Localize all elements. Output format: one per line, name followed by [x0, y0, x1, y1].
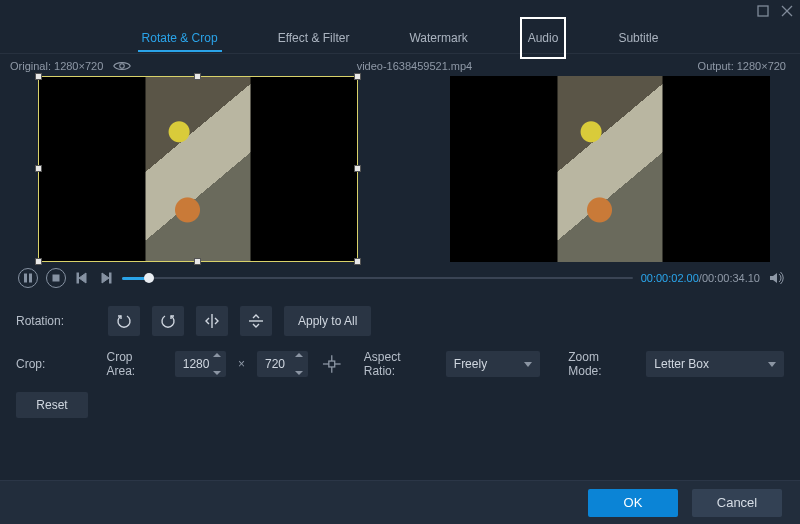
- svg-rect-6: [53, 275, 59, 281]
- stop-button[interactable]: [46, 268, 66, 288]
- footer: OK Cancel: [0, 480, 800, 524]
- ok-button[interactable]: OK: [588, 489, 678, 517]
- crop-handle-e[interactable]: [354, 165, 361, 172]
- tab-watermark[interactable]: Watermark: [409, 25, 467, 51]
- svg-rect-4: [25, 274, 27, 282]
- svg-marker-11: [770, 273, 777, 283]
- svg-rect-0: [758, 6, 768, 16]
- cancel-button[interactable]: Cancel: [692, 489, 782, 517]
- editor-window: { "window": { "maximize_title": "Maximiz…: [0, 0, 800, 524]
- chevron-down-icon: [768, 362, 776, 367]
- crop-handle-n[interactable]: [194, 73, 201, 80]
- crop-width-value: 1280: [183, 357, 210, 371]
- crop-height-spinner[interactable]: [295, 353, 305, 375]
- tab-audio[interactable]: Audio: [528, 25, 559, 51]
- crop-handle-sw[interactable]: [35, 258, 42, 265]
- close-button[interactable]: [780, 4, 794, 18]
- flip-vertical-icon: [248, 313, 264, 329]
- original-dimensions: Original: 1280×720: [10, 60, 103, 72]
- maximize-button[interactable]: [756, 4, 770, 18]
- pause-icon: [23, 273, 33, 283]
- aspect-ratio-select[interactable]: Freely: [446, 351, 540, 377]
- crop-handle-nw[interactable]: [35, 73, 42, 80]
- rotate-left-button[interactable]: [108, 306, 140, 336]
- crop-handle-w[interactable]: [35, 165, 42, 172]
- flip-horizontal-icon: [204, 313, 220, 329]
- current-time: 00:00:02.00: [641, 272, 699, 284]
- aspect-ratio-value: Freely: [454, 357, 487, 371]
- tab-subtitle[interactable]: Subtitle: [618, 25, 658, 51]
- crop-height-value: 720: [265, 357, 285, 371]
- close-icon: [780, 4, 794, 18]
- next-frame-button[interactable]: [98, 270, 114, 286]
- volume-icon[interactable]: [768, 270, 784, 286]
- crop-handle-se[interactable]: [354, 258, 361, 265]
- svg-rect-18: [329, 361, 335, 367]
- rotation-row: Rotation: Apply to All: [16, 306, 784, 336]
- player-bar: 00:00:02.00/00:00:34.10: [0, 262, 800, 296]
- chevron-down-icon: [524, 362, 532, 367]
- zoom-mode-label: Zoom Mode:: [568, 350, 634, 378]
- output-preview: [450, 76, 770, 262]
- skip-forward-icon: [100, 272, 112, 284]
- rotation-label: Rotation:: [16, 314, 96, 328]
- svg-rect-5: [30, 274, 32, 282]
- crop-width-input[interactable]: 1280: [175, 351, 226, 377]
- info-row: Original: 1280×720 video-1638459521.mp4 …: [0, 54, 800, 76]
- flip-vertical-button[interactable]: [240, 306, 272, 336]
- timeline-thumb[interactable]: [144, 273, 154, 283]
- svg-marker-8: [79, 273, 86, 283]
- apply-to-all-button[interactable]: Apply to All: [284, 306, 371, 336]
- preview-toggle-icon[interactable]: [113, 60, 131, 72]
- play-pause-button[interactable]: [18, 268, 38, 288]
- zoom-mode-select[interactable]: Letter Box: [646, 351, 784, 377]
- aspect-ratio-label: Aspect Ratio:: [364, 350, 434, 378]
- time-display: 00:00:02.00/00:00:34.10: [641, 272, 760, 284]
- svg-point-3: [120, 64, 125, 69]
- preview-area: [0, 76, 800, 262]
- tab-rotate-crop[interactable]: Rotate & Crop: [142, 25, 218, 51]
- crop-label: Crop:: [16, 357, 94, 371]
- controls-panel: Rotation: Apply to All Crop: Crop Area: …: [0, 296, 800, 418]
- reset-button[interactable]: Reset: [16, 392, 88, 418]
- duration: 00:00:34.10: [702, 272, 760, 284]
- titlebar: [0, 0, 800, 22]
- timeline[interactable]: [122, 271, 633, 285]
- flip-horizontal-button[interactable]: [196, 306, 228, 336]
- rotate-left-icon: [116, 313, 132, 329]
- svg-marker-9: [102, 273, 109, 283]
- zoom-mode-value: Letter Box: [654, 357, 709, 371]
- crop-width-spinner[interactable]: [213, 353, 223, 375]
- prev-frame-button[interactable]: [74, 270, 90, 286]
- source-preview[interactable]: [38, 76, 358, 262]
- multiply-symbol: ×: [238, 357, 245, 371]
- output-dimensions: Output: 1280×720: [698, 60, 786, 72]
- tab-bar: Rotate & Crop Effect & Filter Watermark …: [0, 22, 800, 54]
- output-video-frame: [558, 76, 663, 262]
- crop-row: Crop: Crop Area: 1280 × 720 Aspect Ratio…: [16, 350, 784, 378]
- svg-rect-10: [110, 273, 112, 283]
- filename: video-1638459521.mp4: [357, 60, 473, 72]
- crop-rectangle[interactable]: [38, 76, 358, 262]
- skip-back-icon: [76, 272, 88, 284]
- crop-area-label: Crop Area:: [106, 350, 162, 378]
- maximize-icon: [756, 4, 770, 18]
- rotate-right-icon: [160, 313, 176, 329]
- crop-height-input[interactable]: 720: [257, 351, 308, 377]
- center-crop-icon[interactable]: [320, 352, 344, 376]
- timeline-track: [122, 277, 633, 279]
- rotate-right-button[interactable]: [152, 306, 184, 336]
- crop-handle-s[interactable]: [194, 258, 201, 265]
- tab-effect-filter[interactable]: Effect & Filter: [278, 25, 350, 51]
- crop-handle-ne[interactable]: [354, 73, 361, 80]
- stop-icon: [51, 273, 61, 283]
